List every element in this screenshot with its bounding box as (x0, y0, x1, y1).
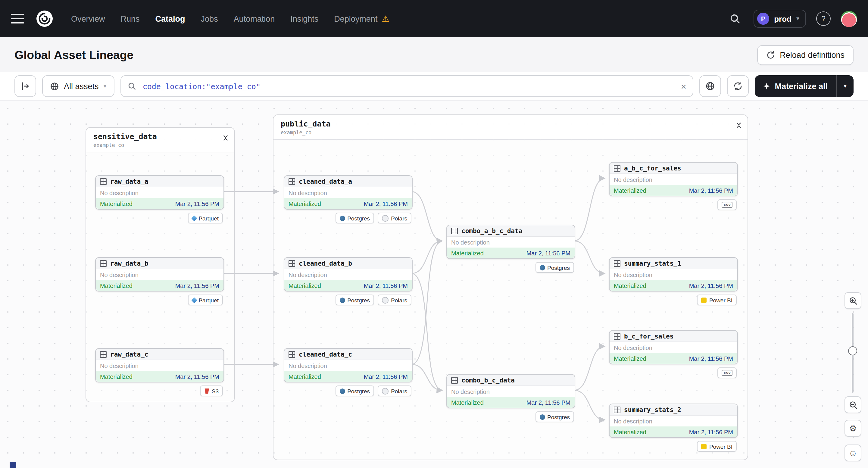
avatar[interactable] (841, 10, 857, 27)
parquet-icon (191, 215, 197, 221)
dagster-logo-icon[interactable] (34, 8, 55, 30)
nav-link-automation[interactable]: Automation (234, 14, 275, 23)
gear-icon: ⚙ (849, 424, 857, 433)
nav-link-deployment[interactable]: Deployment ⚠ (334, 14, 389, 23)
asset-node-combo_b_c_data[interactable]: combo_b_c_data No description Materializ… (446, 374, 575, 408)
nav-link-overview[interactable]: Overview (71, 14, 105, 23)
zoom-in-button[interactable] (844, 292, 861, 309)
nav-link-deployment-label: Deployment (334, 14, 377, 23)
postgres-icon (339, 388, 345, 394)
asset-description: No description (610, 342, 737, 353)
page-header: Global Asset Lineage Reload definitions (0, 37, 868, 72)
asset-status: Materialized (451, 250, 484, 256)
asset-search-box[interactable]: × (121, 75, 693, 97)
asset-timestamp: Mar 2, 11:56 PM (175, 200, 219, 207)
graph-settings-button[interactable]: ⚙ (844, 420, 861, 437)
table-icon (288, 178, 295, 185)
tag-polars[interactable]: Polars (378, 294, 411, 305)
asset-status: Materialized (100, 200, 132, 207)
search-input[interactable] (142, 81, 676, 91)
asset-node-cleaned_data_b[interactable]: cleaned_data_b No description Materializ… (284, 257, 413, 291)
power-bi-icon (702, 444, 707, 449)
tag-polars[interactable]: Polars (378, 213, 411, 223)
toggle-sidebar-button[interactable] (14, 75, 36, 97)
clear-search-icon[interactable]: × (681, 82, 686, 91)
search-icon[interactable] (726, 10, 743, 27)
asset-timestamp: Mar 2, 11:56 PM (689, 429, 733, 435)
asset-node-raw_data_b[interactable]: raw_data_b No description MaterializedMa… (95, 257, 224, 291)
asset-description: No description (284, 360, 412, 371)
polars-icon (382, 297, 389, 303)
lineage-canvas[interactable]: sensitive_data example_co public_data ex… (0, 101, 868, 468)
tag-postgres[interactable]: Postgres (335, 213, 374, 223)
feedback-button[interactable]: ☺ (844, 444, 861, 461)
tag-postgres[interactable]: Postgres (335, 294, 374, 305)
asset-name: raw_data_b (110, 259, 148, 267)
asset-timestamp: Mar 2, 11:56 PM (175, 282, 219, 289)
asset-status: Materialized (100, 373, 132, 380)
postgres-icon (339, 215, 345, 221)
asset-name: summary_stats_1 (624, 259, 681, 267)
zoom-slider-thumb[interactable] (848, 346, 857, 355)
asset-description: No description (610, 415, 737, 427)
asset-status: Materialized (451, 399, 484, 406)
asset-node-summary_stats_2[interactable]: summary_stats_2 No description Materiali… (609, 404, 738, 438)
postgres-icon (339, 297, 345, 303)
asset-node-cleaned_data_c[interactable]: cleaned_data_c No description Materializ… (284, 348, 413, 382)
tag-postgres[interactable]: Postgres (535, 411, 574, 422)
asset-node-raw_data_c[interactable]: raw_data_c No description MaterializedMa… (95, 348, 224, 382)
asset-node-combo_a_b_c_data[interactable]: combo_a_b_c_data No description Material… (446, 225, 575, 259)
materialize-all-caret-button[interactable]: ▾ (836, 75, 854, 97)
tag-csv[interactable]: csv (718, 367, 737, 378)
tag-postgres[interactable]: Postgres (335, 385, 374, 396)
asset-node-cleaned_data_a[interactable]: cleaned_data_a No description Materializ… (284, 175, 413, 210)
asset-filter-dropdown[interactable]: All assets ▾ (42, 75, 115, 97)
graph-settings-globe-button[interactable] (699, 75, 721, 97)
table-icon (451, 377, 458, 383)
tag-polars[interactable]: Polars (378, 385, 411, 396)
asset-node-a_b_c_for_sales[interactable]: a_b_c_for_sales No description Materiali… (609, 162, 738, 196)
nav-link-catalog[interactable]: Catalog (155, 14, 185, 23)
refresh-button[interactable] (727, 75, 749, 97)
chevron-down-icon: ▾ (844, 83, 847, 89)
tag-s3[interactable]: S3 (200, 385, 223, 396)
nav-link-runs[interactable]: Runs (121, 14, 140, 23)
tag-power-bi[interactable]: Power BI (697, 294, 737, 305)
asset-description: No description (447, 386, 575, 397)
table-icon (100, 260, 106, 267)
asset-node-summary_stats_1[interactable]: summary_stats_1 No description Materiali… (609, 257, 738, 291)
asset-status: Materialized (288, 282, 321, 289)
table-icon (451, 227, 458, 234)
materialize-all-button[interactable]: Materialize all (755, 75, 836, 97)
asset-node-raw_data_a[interactable]: raw_data_a No description MaterializedMa… (95, 175, 224, 210)
menu-icon[interactable] (11, 14, 24, 24)
nav-link-insights[interactable]: Insights (290, 14, 318, 23)
table-icon (100, 351, 106, 357)
asset-node-b_c_for_sales[interactable]: b_c_for_sales No description Materialize… (609, 330, 738, 365)
table-icon (288, 351, 295, 357)
deployment-switcher[interactable]: P prod ▾ (753, 10, 806, 28)
polars-icon (382, 387, 389, 394)
asset-description: No description (96, 360, 223, 371)
tag-power-bi[interactable]: Power BI (697, 441, 737, 452)
asset-name: cleaned_data_a (299, 178, 352, 185)
tag-parquet[interactable]: Parquet (188, 294, 223, 305)
navbar-right: P prod ▾ ? (726, 10, 857, 28)
collapse-group-icon[interactable] (222, 133, 229, 144)
reload-definitions-button[interactable]: Reload definitions (757, 45, 854, 65)
materialize-all-label: Materialize all (775, 82, 828, 91)
tag-parquet[interactable]: Parquet (188, 213, 223, 223)
table-icon (614, 165, 620, 171)
help-icon[interactable]: ? (816, 11, 831, 26)
asset-timestamp: Mar 2, 11:56 PM (689, 187, 733, 194)
lineage-toolbar: All assets ▾ × Materialize all ▾ (0, 72, 868, 101)
nav-link-jobs[interactable]: Jobs (201, 14, 218, 23)
tag-csv[interactable]: csv (718, 199, 737, 210)
zoom-out-button[interactable] (844, 396, 861, 413)
collapse-group-icon[interactable] (736, 121, 742, 131)
materialize-all-split-button: Materialize all ▾ (755, 75, 854, 97)
tag-postgres[interactable]: Postgres (535, 262, 574, 273)
asset-description: No description (284, 187, 412, 198)
asset-status: Materialized (288, 200, 321, 207)
chevron-down-icon: ▾ (103, 83, 106, 89)
